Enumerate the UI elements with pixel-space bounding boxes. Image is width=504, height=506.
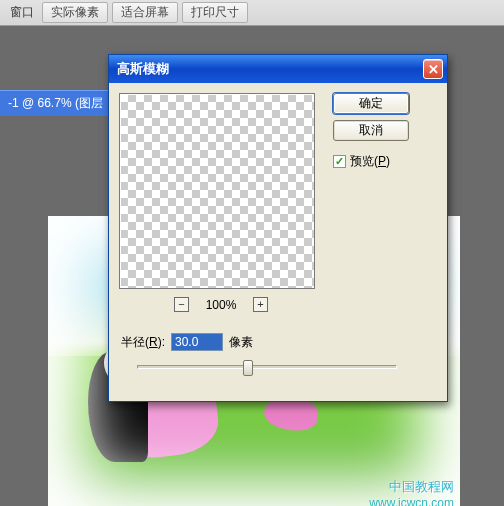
preview-toggle-row: ✓ 预览(P) — [333, 153, 437, 170]
preview-checkbox[interactable]: ✓ — [333, 155, 346, 168]
btn-print-size[interactable]: 打印尺寸 — [182, 2, 248, 23]
radius-slider-thumb[interactable] — [243, 360, 253, 376]
zoom-value: 100% — [201, 298, 241, 312]
app-toolbar: 窗口 实际像素 适合屏幕 打印尺寸 — [0, 0, 504, 26]
preview-area[interactable] — [119, 93, 315, 289]
watermark-url: www.jcwcn.com — [369, 496, 454, 506]
menu-window[interactable]: 窗口 — [6, 2, 38, 23]
zoom-out-button[interactable]: − — [174, 297, 189, 312]
close-button[interactable]: ✕ — [423, 59, 443, 79]
dialog-title: 高斯模糊 — [117, 60, 169, 78]
watermark: 中国教程网 www.jcwcn.com — [369, 478, 454, 506]
close-icon: ✕ — [428, 62, 439, 77]
zoom-controls: − 100% + — [119, 297, 323, 312]
watermark-line1: 中国教程网 — [369, 478, 454, 496]
document-title: -1 @ 66.7% (图层 — [0, 90, 111, 116]
radius-row: 半径(R): 像素 — [121, 333, 253, 351]
dialog-body: − 100% + 确定 取消 ✓ 预览(P) — [109, 83, 447, 401]
workspace: -1 @ 66.7% (图层 中国教程网 www.jcwcn.com 高斯模糊 … — [0, 26, 504, 506]
radius-input[interactable] — [171, 333, 223, 351]
plus-icon: + — [257, 299, 263, 310]
btn-fit-screen[interactable]: 适合屏幕 — [112, 2, 178, 23]
radius-label: 半径(R): — [121, 334, 165, 351]
radius-unit: 像素 — [229, 334, 253, 351]
minus-icon: − — [178, 299, 184, 310]
dialog-titlebar[interactable]: 高斯模糊 ✕ — [109, 55, 447, 83]
check-icon: ✓ — [335, 155, 344, 168]
ok-button[interactable]: 确定 — [333, 93, 409, 114]
cancel-button[interactable]: 取消 — [333, 120, 409, 141]
zoom-in-button[interactable]: + — [253, 297, 268, 312]
preview-label[interactable]: 预览(P) — [350, 153, 390, 170]
btn-actual-pixels[interactable]: 实际像素 — [42, 2, 108, 23]
radius-slider[interactable] — [137, 365, 397, 369]
gaussian-blur-dialog: 高斯模糊 ✕ − 100% + 确定 取消 — [108, 54, 448, 402]
